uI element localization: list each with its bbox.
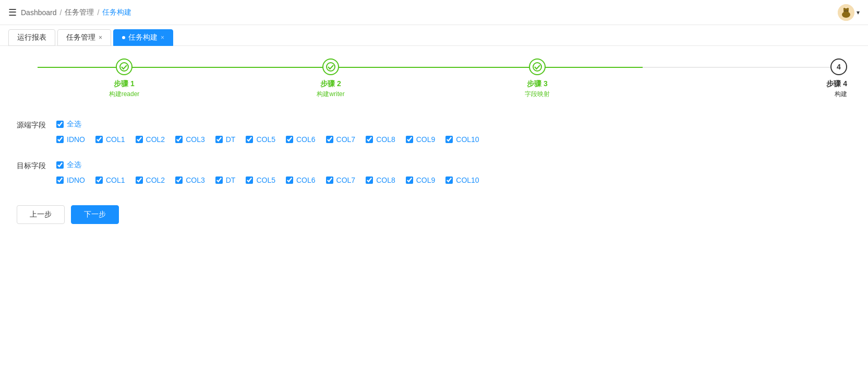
source-field-COL5[interactable]: COL5 [246,135,275,144]
source-field-COL2[interactable]: COL2 [136,135,165,144]
stepper: 步骤 1 构建reader 步骤 2 构建writer 步骤 3 字段映射 4 … [17,58,851,99]
source-select-all-checkbox[interactable] [56,121,64,128]
tab-reports[interactable]: 运行报表 [8,29,55,46]
target-field-checkbox-COL8[interactable] [366,176,373,184]
source-field-checkbox-COL2[interactable] [136,136,143,143]
target-field-COL5[interactable]: COL5 [246,176,275,184]
source-field-label-COL9: COL9 [416,135,436,144]
source-field-COL9[interactable]: COL9 [406,135,436,144]
breadcrumb: Dashboard / 任务管理 / 任务构建 [21,8,131,17]
source-field-label-COL6: COL6 [296,135,316,144]
target-field-COL6[interactable]: COL6 [286,176,316,184]
menu-icon[interactable]: ☰ [8,7,17,18]
tab-task-mgmt-close[interactable]: × [99,34,102,41]
step-2-label: 步骤 2 [320,79,341,89]
svg-point-6 [847,10,848,11]
source-fields-title: 源端字段 [17,120,48,130]
prev-button[interactable]: 上一步 [17,205,65,224]
target-field-label-DT: DT [226,176,236,184]
step-1-circle [116,58,132,75]
step-1: 步骤 1 构建reader [21,58,227,99]
step-3-circle [529,58,546,75]
target-field-COL10[interactable]: COL10 [445,176,479,184]
target-field-label-COL5: COL5 [256,176,275,184]
target-field-checkbox-COL6[interactable] [286,176,293,184]
avatar[interactable] [838,4,854,21]
target-field-checkbox-IDNO[interactable] [56,176,64,184]
source-field-label-COL2: COL2 [146,135,165,144]
source-fields-row: IDNOCOL1COL2COL3DTCOL5COL6COL7COL8COL9CO… [56,135,851,144]
tab-task-mgmt[interactable]: 任务管理 × [57,29,111,46]
target-select-all[interactable]: 全选 [56,160,851,170]
step-4-sub: 构建 [835,90,847,99]
source-field-COL3[interactable]: COL3 [175,135,205,144]
target-select-all-checkbox[interactable] [56,161,64,169]
source-field-checkbox-COL3[interactable] [175,136,183,143]
source-field-label-IDNO: IDNO [67,135,85,144]
source-field-COL10[interactable]: COL10 [445,135,479,144]
step-1-label: 步骤 1 [114,79,135,89]
source-field-IDNO[interactable]: IDNO [56,135,85,144]
source-field-checkbox-COL8[interactable] [366,136,373,143]
target-field-checkbox-COL9[interactable] [406,176,413,184]
step-3-label: 步骤 3 [527,79,548,89]
target-field-COL1[interactable]: COL1 [95,176,125,184]
tab-active-dot [122,36,125,39]
target-fields-section: 目标字段 全选 IDNOCOL1COL2COL3DTCOL5COL6COL7CO… [17,160,851,184]
footer-buttons: 上一步 下一步 [17,205,851,224]
target-field-label-COL2: COL2 [146,176,165,184]
source-field-COL7[interactable]: COL7 [326,135,356,144]
target-field-IDNO[interactable]: IDNO [56,176,85,184]
target-field-label-COL1: COL1 [106,176,125,184]
target-field-checkbox-DT[interactable] [215,176,223,184]
target-fields-row: IDNOCOL1COL2COL3DTCOL5COL6COL7COL8COL9CO… [56,176,851,184]
breadcrumb-task-mgmt: 任务管理 [65,8,94,17]
target-field-label-COL9: COL9 [416,176,436,184]
source-field-label-COL8: COL8 [376,135,395,144]
source-field-COL1[interactable]: COL1 [95,135,125,144]
target-field-DT[interactable]: DT [215,176,236,184]
source-select-all[interactable]: 全选 [56,120,851,129]
target-field-checkbox-COL3[interactable] [175,176,183,184]
source-field-COL6[interactable]: COL6 [286,135,316,144]
tab-task-build[interactable]: 任务构建 × [113,29,173,46]
target-field-COL9[interactable]: COL9 [406,176,436,184]
target-field-label-COL10: COL10 [456,176,479,184]
source-field-checkbox-COL5[interactable] [246,136,253,143]
target-field-COL2[interactable]: COL2 [136,176,165,184]
dropdown-arrow-icon[interactable]: ▾ [857,9,860,16]
source-field-checkbox-IDNO[interactable] [56,136,64,143]
source-field-checkbox-COL7[interactable] [326,136,333,143]
breadcrumb-sep1: / [60,8,62,17]
source-field-label-COL3: COL3 [186,135,205,144]
tabs-bar: 运行报表 任务管理 × 任务构建 × [0,25,868,46]
step-4: 4 步骤 4 构建 [641,58,847,99]
step-4-label: 步骤 4 [826,79,847,89]
tab-task-build-close[interactable]: × [161,34,164,41]
source-field-checkbox-COL6[interactable] [286,136,293,143]
target-field-label-COL6: COL6 [296,176,316,184]
next-button[interactable]: 下一步 [71,205,119,224]
source-field-checkbox-COL9[interactable] [406,136,413,143]
target-field-checkbox-COL7[interactable] [326,176,333,184]
source-field-DT[interactable]: DT [215,135,236,144]
target-field-COL8[interactable]: COL8 [366,176,395,184]
source-field-checkbox-COL10[interactable] [445,136,453,143]
target-field-checkbox-COL1[interactable] [95,176,103,184]
step-2-circle [322,58,339,75]
source-field-checkbox-DT[interactable] [215,136,223,143]
target-field-checkbox-COL2[interactable] [136,176,143,184]
target-field-COL7[interactable]: COL7 [326,176,356,184]
target-field-COL3[interactable]: COL3 [175,176,205,184]
step-3-sub: 字段映射 [525,90,550,99]
source-field-label-DT: DT [226,135,236,144]
source-fields-section: 源端字段 全选 IDNOCOL1COL2COL3DTCOL5COL6COL7CO… [17,120,851,144]
tab-task-mgmt-label: 任务管理 [66,33,95,42]
source-field-label-COL7: COL7 [336,135,356,144]
target-field-checkbox-COL10[interactable] [445,176,453,184]
breadcrumb-task-build: 任务构建 [102,8,131,17]
source-field-checkbox-COL1[interactable] [95,136,103,143]
step-3: 步骤 3 字段映射 [434,58,641,99]
source-field-COL8[interactable]: COL8 [366,135,395,144]
target-field-checkbox-COL5[interactable] [246,176,253,184]
